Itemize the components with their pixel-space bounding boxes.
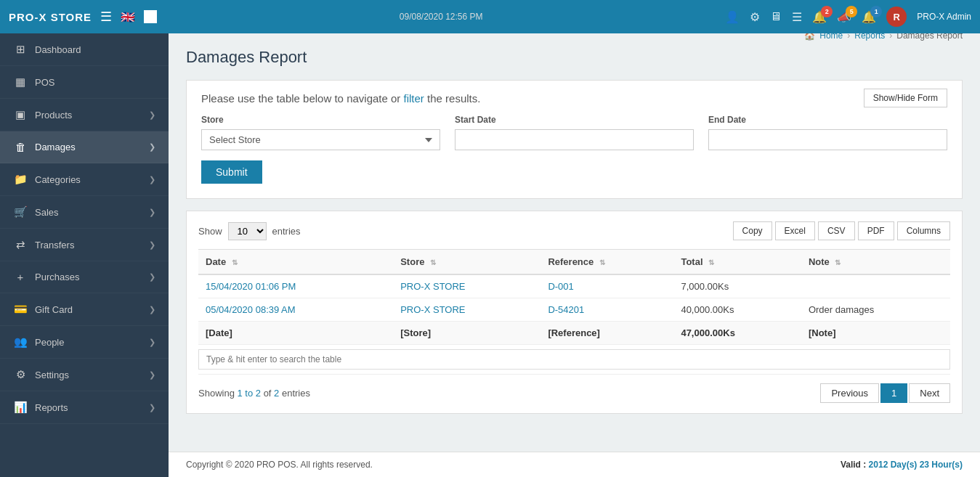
sidebar-item-sales[interactable]: 🛒 Sales ❯ (0, 196, 169, 229)
total-store: [Store] (393, 322, 540, 345)
sales-chevron: ❯ (149, 208, 155, 217)
settings-icon: ⚙ (13, 368, 28, 381)
user-circle-icon[interactable]: 👤 (725, 10, 740, 24)
sidebar-item-gift-card[interactable]: 💳 Gift Card ❯ (0, 293, 169, 326)
table-section: Show 10 entries Copy Excel CSV PDF Colum… (186, 211, 963, 414)
cell-note (801, 274, 950, 298)
sidebar-label-categories: Categories (35, 174, 81, 185)
start-date-input[interactable] (455, 129, 694, 150)
sidebar-item-settings[interactable]: ⚙ Settings ❯ (0, 359, 169, 391)
bell1-badge: 2 (821, 6, 833, 17)
users-icon[interactable]: ⚙ (750, 10, 760, 24)
submit-button[interactable]: Submit (201, 160, 262, 184)
pdf-button[interactable]: PDF (858, 221, 894, 240)
csv-button[interactable]: CSV (818, 221, 855, 240)
store-select[interactable]: Select Store (201, 129, 440, 150)
store-title: PRO-X STORE (9, 11, 92, 23)
transfers-chevron: ❯ (149, 240, 155, 250)
table-search-input[interactable] (198, 349, 950, 370)
cell-note: Order damages (801, 298, 950, 322)
sidebar-label-gift-card: Gift Card (35, 304, 73, 315)
bell3-badge: 1 (870, 6, 882, 17)
sidebar-label-transfers: Transfers (35, 240, 74, 250)
filter-instruction: Please use the table below to navigate o… (201, 92, 947, 105)
sidebar-item-pos[interactable]: ▦ POS (0, 66, 169, 99)
page-title: Damages Report (186, 48, 307, 67)
sidebar-item-dashboard[interactable]: ⊞ Dashboard (0, 33, 169, 66)
sidebar-item-transfers[interactable]: ⇄ Transfers ❯ (0, 229, 169, 261)
show-hide-button[interactable]: Show/Hide Form (864, 89, 947, 107)
avatar[interactable]: R (886, 7, 907, 27)
table-toolbar: Show 10 entries Copy Excel CSV PDF Colum… (198, 221, 950, 240)
total-amount: 47,000.00Ks (673, 322, 801, 345)
copy-button[interactable]: Copy (733, 221, 772, 240)
admin-name: PRO-X Admin (917, 12, 971, 22)
footer: Copyright © 2020 PRO POS. All rights res… (169, 452, 980, 477)
valid-info: Valid : 2012 Day(s) 23 Hour(s) (841, 460, 963, 470)
table-row: 15/04/2020 01:06 PM PRO-X STORE D-001 7,… (198, 274, 950, 298)
sidebar-label-settings: Settings (35, 370, 69, 380)
purchases-icon: + (13, 271, 28, 283)
damages-icon: 🗑 (13, 141, 28, 153)
dashboard-icon: ⊞ (13, 43, 28, 56)
header-right: 👤 ⚙ 🖥 ☰ 🔔 2 📣 5 🔔 1 R PRO-X Admin (725, 7, 971, 27)
list-icon[interactable]: ☰ (792, 10, 802, 24)
cell-date: 05/04/2020 08:39 AM (198, 298, 393, 322)
sidebar-item-purchases[interactable]: + Purchases ❯ (0, 261, 169, 293)
page-1-button[interactable]: 1 (880, 383, 907, 403)
entries-label: entries (272, 226, 301, 237)
notification-bell3-wrap[interactable]: 🔔 1 (862, 10, 876, 24)
sort-reference-icon: ⇅ (599, 258, 605, 266)
notification-bell2-wrap[interactable]: 📣 5 (837, 10, 851, 24)
valid-value: 2012 Day(s) 23 Hour(s) (869, 460, 963, 470)
previous-button[interactable]: Previous (820, 383, 879, 403)
categories-chevron: ❯ (149, 175, 155, 184)
hamburger-icon[interactable]: ☰ (100, 9, 112, 25)
cell-total: 7,000.00Ks (673, 274, 801, 298)
products-icon: ▣ (13, 108, 28, 121)
total-note: [Note] (801, 322, 950, 345)
end-date-input[interactable] (708, 129, 947, 150)
start-date-field: Start Date (455, 115, 694, 150)
sidebar-label-damages: Damages (35, 142, 76, 152)
reports-chevron: ❯ (149, 403, 155, 412)
header-left: PRO-X STORE ☰ 🇬🇧 (9, 9, 157, 25)
total-reference: [Reference] (540, 322, 673, 345)
table-total-row: [Date] [Store] [Reference] 47,000.00Ks [… (198, 322, 950, 345)
products-chevron: ❯ (149, 110, 155, 120)
sidebar-item-products[interactable]: ▣ Products ❯ (0, 99, 169, 131)
entries-select[interactable]: 10 (228, 222, 267, 240)
reports-icon: 📊 (13, 401, 28, 414)
table-buttons: Copy Excel CSV PDF Columns (733, 221, 950, 240)
start-date-label: Start Date (455, 115, 694, 125)
store-field: Store Select Store (201, 115, 440, 150)
store-label: Store (201, 115, 440, 125)
sidebar-label-dashboard: Dashboard (35, 44, 81, 55)
col-total: Total ⇅ (673, 250, 801, 275)
columns-button[interactable]: Columns (897, 221, 950, 240)
next-button[interactable]: Next (909, 383, 950, 403)
table-row: 05/04/2020 08:39 AM PRO-X STORE D-54201 … (198, 298, 950, 322)
flag-icon[interactable]: 🇬🇧 (121, 10, 135, 24)
sort-date-icon: ⇅ (232, 258, 238, 266)
square-icon[interactable] (144, 10, 157, 23)
gift-card-chevron: ❯ (149, 305, 155, 314)
settings-chevron: ❯ (149, 370, 155, 380)
people-icon: 👥 (13, 335, 28, 348)
valid-label: Valid : (841, 460, 869, 470)
sidebar-label-pos: POS (35, 77, 54, 88)
sidebar-item-categories[interactable]: 📁 Categories ❯ (0, 163, 169, 196)
showing-count: 2 (274, 388, 279, 399)
showing-range: 1 to 2 (237, 388, 261, 399)
sidebar-item-people[interactable]: 👥 People ❯ (0, 326, 169, 359)
sidebar-item-reports[interactable]: 📊 Reports ❯ (0, 391, 169, 424)
cell-date: 15/04/2020 01:06 PM (198, 274, 393, 298)
sidebar-item-damages[interactable]: 🗑 Damages ❯ (0, 131, 169, 163)
search-row (198, 345, 950, 375)
sales-icon: 🛒 (13, 205, 28, 219)
monitor-icon[interactable]: 🖥 (770, 10, 782, 23)
notification-bell1-wrap[interactable]: 🔔 2 (812, 10, 827, 24)
cell-reference: D-001 (540, 274, 673, 298)
categories-icon: 📁 (13, 173, 28, 186)
excel-button[interactable]: Excel (775, 221, 815, 240)
